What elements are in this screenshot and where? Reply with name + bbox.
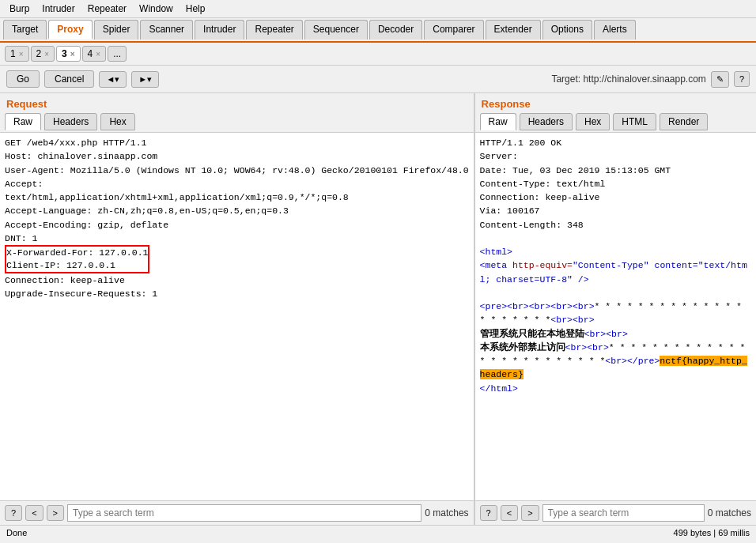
response-search-next[interactable]: > [521, 505, 539, 521]
menu-help[interactable]: Help [180, 2, 212, 16]
sub-tab-2-label: 2 [36, 48, 42, 59]
tab-alerts[interactable]: Alerts [594, 20, 636, 40]
response-matches: 0 matches [708, 507, 751, 518]
sub-tab-bar: 1 × 2 × 3 × 4 × ... [0, 43, 756, 66]
menu-window[interactable]: Window [133, 2, 180, 16]
menu-intruder[interactable]: Intruder [36, 2, 81, 16]
request-tab-bar: Raw Headers Hex [0, 111, 474, 133]
tab-options[interactable]: Options [542, 20, 592, 40]
sub-tab-3-label: 3 [62, 48, 67, 59]
request-text: GET /web4/xxx.php HTTP/1.1 Host: chinalo… [0, 133, 474, 304]
cancel-button[interactable]: Cancel [44, 70, 94, 88]
menu-bar: Burp Intruder Repeater Window Help [0, 0, 756, 18]
menu-repeater[interactable]: Repeater [81, 2, 133, 16]
sub-tab-3[interactable]: 3 × [56, 46, 81, 62]
status-right: 499 bytes | 69 millis [674, 528, 750, 537]
tab-scanner[interactable]: Scanner [140, 20, 193, 40]
tab-proxy[interactable]: Proxy [48, 20, 92, 40]
response-search-prev[interactable]: < [501, 505, 518, 521]
response-tab-render[interactable]: Render [660, 113, 708, 130]
request-search-help[interactable]: ? [5, 505, 22, 521]
target-label: Target: http://chinalover.sinaapp.com [551, 74, 705, 85]
main-tab-bar: Target Proxy Spider Scanner Intruder Rep… [0, 18, 756, 43]
edit-target-button[interactable]: ✎ [711, 71, 729, 88]
menu-burp[interactable]: Burp [3, 2, 36, 16]
request-search-prev[interactable]: < [25, 505, 43, 521]
sub-tab-3-close[interactable]: × [70, 50, 75, 58]
forward-button[interactable]: ►▾ [131, 71, 159, 88]
response-tab-raw[interactable]: Raw [480, 113, 516, 130]
request-tab-hex[interactable]: Hex [100, 113, 134, 130]
response-tab-bar: Raw Headers Hex HTML Render [475, 111, 756, 133]
response-panel: Response Raw Headers Hex HTML Render HTT… [475, 93, 756, 525]
toolbar: Go Cancel ◄▾ ►▾ Target: http://chinalove… [0, 66, 756, 93]
panels-area: Request Raw Headers Hex GET /web4/xxx.ph… [0, 93, 756, 525]
tab-sequencer[interactable]: Sequencer [304, 20, 368, 40]
sub-tab-2[interactable]: 2 × [31, 46, 55, 62]
xff-highlight: X-Forwarded-For: 127.0.0.1 Client-IP: 12… [5, 245, 149, 273]
tab-repeater[interactable]: Repeater [246, 20, 302, 40]
status-bar: Done 499 bytes | 69 millis [0, 525, 756, 540]
tab-comparer[interactable]: Comparer [424, 20, 483, 40]
response-tab-headers[interactable]: Headers [520, 113, 573, 130]
go-button[interactable]: Go [6, 70, 40, 88]
request-search-next[interactable]: > [47, 505, 64, 521]
request-tab-headers[interactable]: Headers [44, 113, 97, 130]
response-text: HTTP/1.1 200 OK Server: Date: Tue, 03 De… [475, 133, 756, 398]
tab-intruder[interactable]: Intruder [195, 20, 244, 40]
response-content[interactable]: HTTP/1.1 200 OK Server: Date: Tue, 03 De… [475, 133, 756, 500]
sub-tab-4[interactable]: 4 × [82, 46, 107, 62]
tab-target[interactable]: Target [3, 20, 47, 40]
request-search-input[interactable] [67, 504, 421, 522]
request-content[interactable]: GET /web4/xxx.php HTTP/1.1 Host: chinalo… [0, 133, 474, 500]
request-title: Request [0, 93, 474, 111]
sub-tab-1[interactable]: 1 × [5, 46, 29, 62]
request-panel: Request Raw Headers Hex GET /web4/xxx.ph… [0, 93, 474, 525]
response-tab-hex[interactable]: Hex [576, 113, 610, 130]
main-area: Burp Intruder Repeater Window Help Targe… [0, 0, 756, 540]
response-tab-html[interactable]: HTML [613, 113, 656, 130]
tab-spider[interactable]: Spider [94, 20, 139, 40]
sub-tab-more[interactable]: ... [108, 46, 127, 62]
sub-tab-4-label: 4 [88, 48, 93, 59]
help-button[interactable]: ? [734, 71, 750, 87]
request-search-bar: ? < > 0 matches [0, 500, 474, 525]
tab-extender[interactable]: Extender [486, 20, 541, 40]
response-title: Response [475, 93, 756, 111]
sub-tab-1-close[interactable]: × [19, 50, 24, 58]
response-search-bar: ? < > 0 matches [475, 500, 756, 525]
response-search-help[interactable]: ? [480, 505, 497, 521]
status-left: Done [6, 528, 27, 537]
sub-tab-1-label: 1 [10, 48, 16, 59]
tab-decoder[interactable]: Decoder [369, 20, 422, 40]
sub-tab-2-close[interactable]: × [44, 50, 49, 58]
request-matches: 0 matches [425, 507, 468, 518]
response-search-input[interactable] [542, 504, 705, 522]
back-button[interactable]: ◄▾ [99, 71, 127, 88]
sub-tab-4-close[interactable]: × [96, 50, 100, 58]
request-tab-raw[interactable]: Raw [5, 113, 41, 130]
